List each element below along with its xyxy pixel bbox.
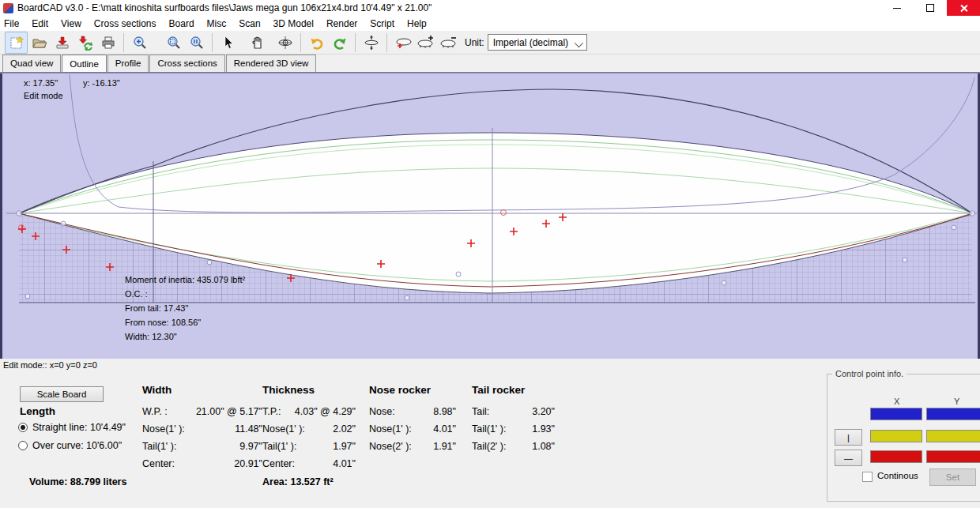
- radio-selected-icon[interactable]: [18, 423, 28, 432]
- zoom-in-button[interactable]: [128, 32, 151, 54]
- title-bar: BoardCAD v3.0 - E:\matt kinoshita surfbo…: [0, 0, 980, 16]
- width-wp-label: W.P. :: [142, 406, 168, 417]
- menu-help[interactable]: Help: [401, 16, 433, 31]
- unit-select-value: Imperial (decimal): [493, 37, 568, 48]
- undo-button[interactable]: [305, 32, 328, 54]
- thickness-tail-label: Tail(1' ):: [262, 441, 296, 452]
- cp-y-field-position[interactable]: [926, 408, 980, 420]
- menu-view[interactable]: View: [55, 16, 88, 31]
- open-file-button[interactable]: [28, 32, 51, 54]
- cursor-x-readout: x: 17.35": [24, 78, 58, 88]
- tab-profile[interactable]: Profile: [107, 55, 149, 72]
- thickness-nose-value: 2.02": [333, 423, 356, 435]
- flip-board-button[interactable]: [360, 32, 383, 54]
- width-tail-value: 9.97": [239, 441, 262, 452]
- rotate-orbit-button[interactable]: [273, 32, 296, 54]
- menu-file[interactable]: File: [0, 16, 25, 31]
- hand-icon: [250, 35, 266, 51]
- cp-y-field-tangent1[interactable]: [926, 430, 980, 442]
- zoom-actual-icon: [189, 35, 205, 51]
- cursor-y-readout: y: -16.13": [83, 78, 120, 88]
- zoom-fit-button[interactable]: [162, 32, 185, 54]
- new-board-button[interactable]: [5, 32, 28, 54]
- unit-select[interactable]: Imperial (decimal): [488, 34, 587, 51]
- view-tab-bar: Quad view Outline Profile Cross sections…: [0, 55, 980, 72]
- menu-board[interactable]: Board: [163, 16, 201, 31]
- app-icon: [3, 3, 13, 13]
- over-curve-radio[interactable]: Over curve: 10'6.00": [18, 440, 122, 451]
- tangent-horizontal-button[interactable]: —: [835, 450, 862, 466]
- menu-edit[interactable]: Edit: [25, 16, 55, 31]
- remove-control-point-button[interactable]: [437, 32, 460, 54]
- outline-canvas[interactable]: x: 17.35" y: -16.13" Edit mode Moment of…: [0, 72, 980, 359]
- toolbar-separator: [212, 33, 213, 52]
- tail-rocker-1ft-label: Tail(1' ):: [472, 423, 506, 435]
- tail-rocker-label: Tail:: [472, 406, 489, 417]
- thickness-center-value: 4.01": [333, 458, 356, 469]
- thickness-tail-value: 1.97": [333, 441, 356, 452]
- menu-3d-model[interactable]: 3D Model: [267, 16, 320, 31]
- redo-button[interactable]: [328, 32, 351, 54]
- zoom-actual-button[interactable]: [185, 32, 208, 54]
- nose-rocker-value: 8.98": [433, 406, 456, 417]
- cp-x-field-tangent1[interactable]: [870, 430, 922, 442]
- straight-line-label: Straight line: 10'4.49": [32, 422, 126, 433]
- nose-rocker-1ft-label: Nose(1' ):: [369, 423, 412, 435]
- add-control-point-button[interactable]: [391, 32, 414, 54]
- cp-y-field-tangent2[interactable]: [926, 450, 980, 463]
- tab-cross-sections[interactable]: Cross sections: [149, 55, 224, 72]
- minimize-button[interactable]: [880, 0, 914, 16]
- tail-rocker-column: Tail rocker Tail:3.20" Tail(1' ):1.93" T…: [472, 384, 555, 455]
- new-board-icon: [9, 35, 24, 51]
- minimize-icon: [893, 8, 901, 9]
- menu-script[interactable]: Script: [364, 16, 401, 31]
- import-sync-button[interactable]: [74, 32, 96, 54]
- thickness-heading: Thickness: [262, 384, 356, 396]
- select-pointer-button[interactable]: [217, 32, 239, 54]
- board-outline-drawing: x: 17.35" y: -16.13" Edit mode Moment of…: [0, 73, 980, 359]
- tab-outline[interactable]: Outline: [62, 55, 106, 73]
- close-button[interactable]: [947, 0, 980, 16]
- pointer-icon: [220, 35, 236, 51]
- print-icon: [100, 35, 116, 51]
- radio-unselected-icon[interactable]: [18, 441, 28, 450]
- redo-icon: [332, 35, 348, 51]
- continuous-checkbox[interactable]: [862, 472, 873, 482]
- toolbar-separator: [300, 33, 301, 52]
- tab-quad-view[interactable]: Quad view: [2, 55, 61, 72]
- straight-line-radio[interactable]: Straight line: 10'4.49": [18, 422, 126, 433]
- chevron-down-icon: [574, 39, 582, 47]
- remove-control-point-icon: [439, 34, 458, 51]
- edit-mode-label: Edit mode: [24, 91, 63, 100]
- menu-misc[interactable]: Misc: [201, 16, 233, 31]
- width-column: Width W.P. :21.00" @ 5.17" Nose(1' ):11.…: [142, 384, 262, 472]
- over-curve-label: Over curve: 10'6.00": [32, 440, 122, 451]
- nose-rocker-label: Nose:: [369, 406, 395, 417]
- print-button[interactable]: [96, 32, 119, 54]
- close-icon: [959, 4, 968, 13]
- menu-cross-sections[interactable]: Cross sections: [88, 16, 163, 31]
- menu-render[interactable]: Render: [320, 16, 364, 31]
- from-nose-label: From nose: 108.56": [125, 318, 201, 327]
- orbit-icon: [277, 35, 293, 51]
- nose-rocker-column: Nose rocker Nose:8.98" Nose(1' ):4.01" N…: [369, 384, 456, 455]
- menu-scan[interactable]: Scan: [232, 16, 266, 31]
- toolbar: Unit: Imperial (decimal): [0, 31, 980, 55]
- tail-rocker-value: 3.20": [532, 406, 555, 417]
- cp-x-field-position[interactable]: [870, 408, 922, 420]
- add-control-point-icon: [394, 34, 413, 51]
- pan-hand-button[interactable]: [246, 32, 269, 54]
- import-board-button[interactable]: [51, 32, 74, 54]
- tab-rendered-3d-view[interactable]: Rendered 3D view: [226, 55, 317, 72]
- tangent-vertical-button[interactable]: |: [835, 429, 862, 446]
- control-point-info-title: Control point info.: [832, 369, 906, 378]
- thickness-tp-label: T.P.:: [262, 406, 281, 417]
- add-guide-point-button[interactable]: [414, 32, 437, 54]
- restore-button[interactable]: [914, 0, 947, 16]
- status-text: Edit mode:: x=0 y=0 z=0: [3, 360, 97, 370]
- cp-x-field-tangent2[interactable]: [870, 450, 922, 463]
- scale-board-button[interactable]: Scale Board: [20, 386, 104, 402]
- set-button[interactable]: Set: [929, 468, 976, 486]
- toolbar-separator: [123, 33, 124, 52]
- thickness-center-label: Center:: [262, 458, 295, 469]
